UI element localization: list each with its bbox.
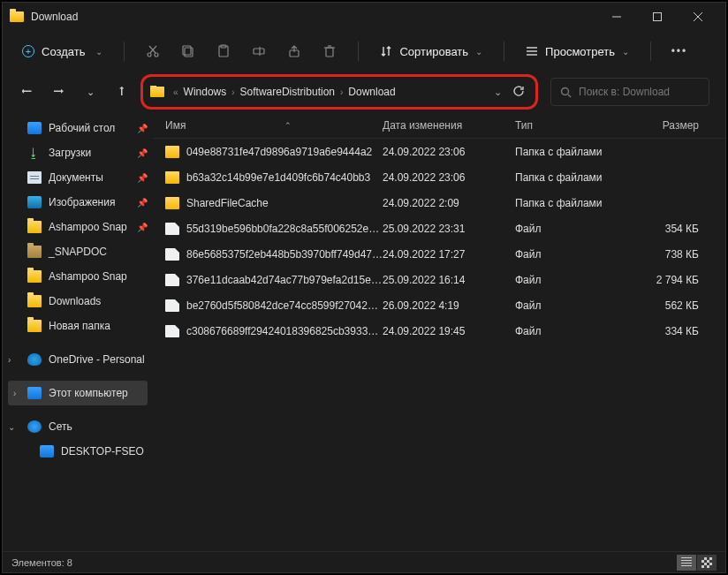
svg-rect-1 xyxy=(654,13,662,21)
search-input[interactable]: Поиск в: Download xyxy=(550,78,709,106)
col-name[interactable]: Имя⌃ xyxy=(153,119,383,132)
chevron-down-icon: ⌄ xyxy=(95,47,102,57)
file-icon xyxy=(165,223,179,235)
create-button[interactable]: + Создать ⌄ xyxy=(13,42,111,62)
row-type: Файл xyxy=(515,248,639,261)
back-button[interactable]: 🠔 xyxy=(13,79,40,105)
chevron-right-icon: › xyxy=(230,87,236,97)
col-date[interactable]: Дата изменения xyxy=(383,119,515,132)
sidebar-item-label: Downloads xyxy=(49,295,101,307)
doc-icon xyxy=(27,171,42,184)
row-name: SharedFileCache xyxy=(186,197,269,209)
delete-button[interactable] xyxy=(314,38,345,64)
table-row[interactable]: 049e88731fe47d9896a9719a6e9444a2 24.09.2… xyxy=(153,139,725,164)
sidebar-quick-item[interactable]: Ashampoo Snap xyxy=(3,264,153,289)
thumbnails-view-button[interactable] xyxy=(697,555,717,571)
sidebar-network[interactable]: ⌄Сеть xyxy=(3,414,153,439)
sort-asc-icon: ⌃ xyxy=(284,121,292,130)
sidebar-quick-item[interactable]: Рабочий стол📌 xyxy=(3,116,153,140)
row-name: 376e11dcaab42d74ac77b979efa2d15e818... xyxy=(186,274,383,286)
forward-button[interactable]: 🠖 xyxy=(45,79,72,105)
details-view-button[interactable] xyxy=(677,555,696,571)
svg-line-22 xyxy=(568,95,571,97)
refresh-button[interactable] xyxy=(512,85,525,100)
status-text: Элементов: 8 xyxy=(11,557,72,568)
maximize-button[interactable] xyxy=(637,3,678,31)
folder-icon xyxy=(27,320,42,332)
col-type[interactable]: Тип xyxy=(515,119,639,132)
copy-button[interactable] xyxy=(172,38,204,64)
sidebar-item-label: Новая папка xyxy=(49,320,110,332)
folder-icon xyxy=(165,146,179,158)
chevron-down-icon: ⌄ xyxy=(622,47,629,57)
table-row[interactable]: 86e5685375f2eb448b5b3970bff749d478cf... … xyxy=(153,241,725,267)
more-button[interactable]: ••• xyxy=(664,38,695,64)
folder-icon xyxy=(27,221,42,233)
breadcrumb-segment[interactable]: Windows xyxy=(184,86,227,98)
sort-icon xyxy=(380,45,392,57)
pin-icon: 📌 xyxy=(137,173,148,183)
up-button[interactable]: 🠕 xyxy=(109,79,135,105)
address-bar[interactable]: « Windows › SoftwareDistribution › Downl… xyxy=(150,86,483,98)
nav-row: 🠔 🠖 ⌄ 🠕 « Windows › SoftwareDistribution… xyxy=(3,72,725,112)
sidebar-item-label: Ashampoo Snap xyxy=(49,221,127,233)
toolbar: + Создать ⌄ Сортировать ⌄ Просмотреть ⌄ … xyxy=(3,31,725,72)
sidebar-quick-item[interactable]: ⭳Загрузки📌 xyxy=(3,140,153,165)
svg-point-5 xyxy=(155,53,158,57)
sidebar-item-label: OneDrive - Personal xyxy=(49,353,145,366)
pin-icon: 📌 xyxy=(137,148,148,158)
separator xyxy=(358,42,359,61)
breadcrumb-segment[interactable]: SoftwareDistribution xyxy=(240,86,335,98)
sidebar-quick-item[interactable]: Документы📌 xyxy=(3,165,153,190)
table-row[interactable]: 55d319be596bb0fa228c8a55f006252eb8c5... … xyxy=(153,216,725,241)
sidebar-quick-item[interactable]: Новая папка xyxy=(3,314,153,338)
window-title: Download xyxy=(31,11,78,23)
cut-button[interactable] xyxy=(137,38,169,64)
column-headers: Имя⌃ Дата изменения Тип Размер xyxy=(153,112,725,139)
close-button[interactable] xyxy=(678,3,718,31)
recent-button[interactable]: ⌄ xyxy=(77,79,103,105)
sidebar-item-label: Документы xyxy=(49,171,103,184)
row-date: 25.09.2022 23:31 xyxy=(383,223,515,235)
sidebar-quick-item[interactable]: _SNAPDOC xyxy=(3,239,153,264)
table-row[interactable]: c308676689ff29424018396825cb3933419... 2… xyxy=(153,318,725,344)
folder-dark-icon xyxy=(27,246,42,258)
content-area: Имя⌃ Дата изменения Тип Размер 049e88731… xyxy=(153,112,725,551)
sidebar-quick-item[interactable]: Downloads xyxy=(3,289,153,314)
sidebar-onedrive[interactable]: ›OneDrive - Personal xyxy=(3,347,153,372)
file-icon xyxy=(165,274,179,286)
sidebar-quick-item[interactable]: Ashampoo Snap📌 xyxy=(3,215,153,239)
table-row[interactable]: be2760d5f580842dce74cc8599f2704254e6... … xyxy=(153,292,725,318)
body: Рабочий стол📌⭳Загрузки📌Документы📌Изображ… xyxy=(3,112,725,551)
paste-button[interactable] xyxy=(208,38,239,64)
row-date: 24.09.2022 17:27 xyxy=(383,248,515,261)
sidebar-quick-item[interactable]: Изображения📌 xyxy=(3,190,153,215)
sidebar-network-child[interactable]: DESKTOP-FSEO xyxy=(3,439,153,464)
title-bar: Download xyxy=(3,3,725,31)
sidebar-item-label: Рабочий стол xyxy=(49,122,115,134)
sort-button[interactable]: Сортировать ⌄ xyxy=(371,42,491,62)
row-name: 86e5685375f2eb448b5b3970bff749d478cf... xyxy=(186,248,383,261)
table-row[interactable]: 376e11dcaab42d74ac77b979efa2d15e818... 2… xyxy=(153,267,725,292)
row-size: 562 КБ xyxy=(639,299,725,312)
folder-icon xyxy=(27,270,42,283)
network-icon xyxy=(27,420,42,433)
collapse-icon: ⌄ xyxy=(8,422,15,432)
sidebar-item-label: Сеть xyxy=(49,420,72,433)
rename-button[interactable] xyxy=(243,38,275,64)
table-row[interactable]: b63a32c14b99e7e1d409fc6b74c40bb3 24.09.2… xyxy=(153,164,725,190)
row-date: 24.09.2022 19:45 xyxy=(383,325,515,337)
row-type: Файл xyxy=(515,325,639,337)
table-row[interactable]: SharedFileCache 24.09.2022 2:09 Папка с … xyxy=(153,190,725,216)
address-dropdown[interactable]: ⌄ xyxy=(494,87,502,98)
sidebar-this-pc[interactable]: ›Этот компьютер xyxy=(8,381,148,405)
folder-icon xyxy=(165,171,179,184)
expand-icon: › xyxy=(13,389,16,398)
share-button[interactable] xyxy=(278,38,310,64)
col-size[interactable]: Размер xyxy=(639,119,725,132)
search-icon xyxy=(560,87,572,98)
svg-rect-15 xyxy=(326,48,333,57)
minimize-button[interactable] xyxy=(596,3,637,31)
view-button[interactable]: Просмотреть ⌄ xyxy=(517,42,638,62)
breadcrumb-segment[interactable]: Download xyxy=(348,86,395,98)
